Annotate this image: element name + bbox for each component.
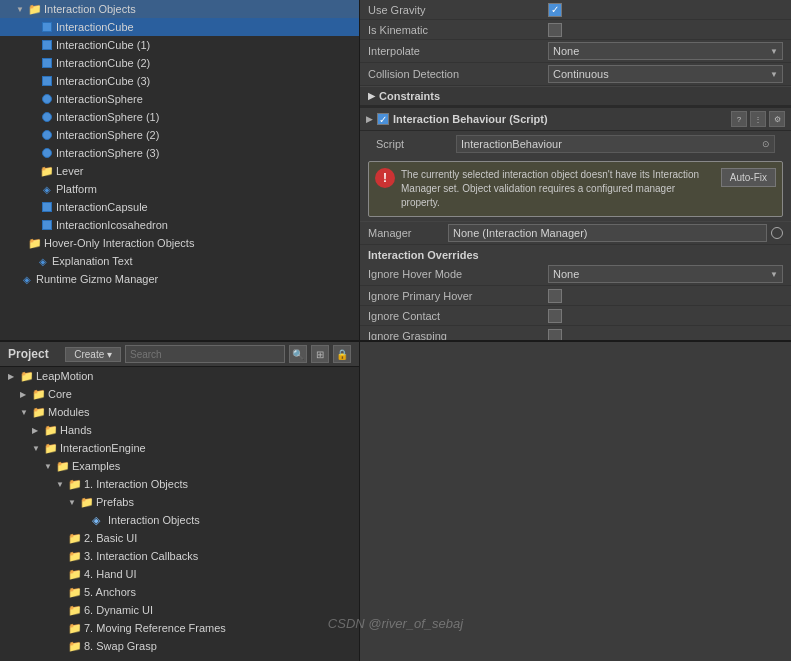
project-item-ex1[interactable]: ▼📁1. Interaction Objects	[0, 475, 359, 493]
layout-icon[interactable]: ⊞	[311, 345, 329, 363]
project-item-label: Core	[48, 388, 72, 400]
fold-icon: ▼	[32, 444, 44, 453]
fold-icon[interactable]: ▶	[366, 114, 373, 124]
ignore-primary-hover-row: Ignore Primary Hover	[360, 286, 791, 306]
fold-icon: ▶	[20, 390, 32, 399]
collision-detection-dropdown[interactable]: Continuous ▼	[548, 65, 783, 83]
hierarchy-item-interaction-capsule[interactable]: InteractionCapsule	[0, 198, 359, 216]
sphere-icon	[40, 146, 54, 160]
project-item-common-assets[interactable]: 📁Common Example Assets	[0, 655, 359, 658]
cube-icon	[40, 38, 54, 52]
interpolate-dropdown[interactable]: None ▼	[548, 42, 783, 60]
manager-dropdown[interactable]: None (Interaction Manager)	[448, 224, 767, 242]
project-item-ex5[interactable]: 📁5. Anchors	[0, 583, 359, 601]
project-item-label: 1. Interaction Objects	[84, 478, 188, 490]
ignore-grasping-row: Ignore Grasping	[360, 326, 791, 340]
script-row: Script InteractionBehaviour ⊙	[360, 131, 791, 157]
hierarchy-item-interaction-objects-root[interactable]: ▼📁Interaction Objects	[0, 0, 359, 18]
project-item-ex2[interactable]: 📁2. Basic UI	[0, 529, 359, 547]
hierarchy-item-interaction-sphere-3[interactable]: InteractionSphere (3)	[0, 144, 359, 162]
create-button[interactable]: Create ▾	[65, 347, 121, 362]
project-item-ex3[interactable]: 📁3. Interaction Callbacks	[0, 547, 359, 565]
folder-icon: 📁	[68, 550, 82, 563]
interaction-behaviour-header: ▶ Interaction Behaviour (Script) ? ⋮ ⚙	[360, 106, 791, 131]
project-item-examples[interactable]: ▼📁Examples	[0, 457, 359, 475]
fold-icon: ▼	[44, 462, 56, 471]
hierarchy-item-interaction-cube-3[interactable]: InteractionCube (3)	[0, 72, 359, 90]
tree-item-label: Runtime Gizmo Manager	[36, 273, 158, 285]
hierarchy-item-interaction-cube-1[interactable]: InteractionCube (1)	[0, 36, 359, 54]
fold-icon: ▼	[20, 408, 32, 417]
ignore-grasping-checkbox[interactable]	[548, 329, 562, 341]
project-item-modules[interactable]: ▼📁Modules	[0, 403, 359, 421]
component-gear-icon[interactable]: ⚙	[769, 111, 785, 127]
project-toolbar: Create ▾ 🔍 ⊞ 🔒	[65, 345, 351, 363]
hierarchy-item-interaction-icosahedron[interactable]: InteractionIcosahedron	[0, 216, 359, 234]
is-kinematic-label: Is Kinematic	[368, 24, 548, 36]
hierarchy-item-platform[interactable]: ◈Platform	[0, 180, 359, 198]
folder-icon: 📁	[68, 586, 82, 599]
component-settings-icon[interactable]: ⋮	[750, 111, 766, 127]
ignore-primary-hover-checkbox[interactable]	[548, 289, 562, 303]
project-item-label: 3. Interaction Callbacks	[84, 550, 198, 562]
is-kinematic-checkbox[interactable]	[548, 23, 562, 37]
use-gravity-row: Use Gravity	[360, 0, 791, 20]
hierarchy-item-runtime-gizmo[interactable]: ◈Runtime Gizmo Manager	[0, 270, 359, 288]
project-panel: Project Create ▾ 🔍 ⊞ 🔒 ▶📁LeapMotion▶📁Cor…	[0, 342, 360, 661]
use-gravity-checkbox[interactable]	[548, 3, 562, 17]
auto-fix-button[interactable]: Auto-Fix	[721, 168, 776, 187]
component-info-icon[interactable]: ?	[731, 111, 747, 127]
project-item-hands[interactable]: ▶📁Hands	[0, 421, 359, 439]
search-input[interactable]	[125, 345, 285, 363]
project-item-core[interactable]: ▶📁Core	[0, 385, 359, 403]
fold-icon: ▼	[56, 480, 68, 489]
constraints-header[interactable]: ▶ Constraints	[360, 86, 791, 106]
hierarchy-item-hover-only-root[interactable]: 📁Hover-Only Interaction Objects	[0, 234, 359, 252]
folder-icon: 📁	[32, 388, 46, 401]
tree-item-label: Lever	[56, 165, 84, 177]
project-title: Project	[8, 347, 49, 361]
project-item-label: Hands	[60, 424, 92, 436]
component-enabled-checkbox[interactable]	[377, 113, 389, 125]
gameobj-icon: ◈	[36, 254, 50, 268]
project-item-ex8[interactable]: 📁8. Swap Grasp	[0, 637, 359, 655]
project-item-interaction-engine[interactable]: ▼📁InteractionEngine	[0, 439, 359, 457]
tree-item-label: Explanation Text	[52, 255, 133, 267]
hierarchy-item-interaction-sphere-1[interactable]: InteractionSphere (1)	[0, 108, 359, 126]
lock-icon[interactable]: 🔒	[333, 345, 351, 363]
project-item-prefabs[interactable]: ▼📁Prefabs	[0, 493, 359, 511]
collision-detection-row: Collision Detection Continuous ▼	[360, 63, 791, 86]
project-item-interaction-objects-pref[interactable]: ◈Interaction Objects	[0, 511, 359, 529]
tree-item-label: Hover-Only Interaction Objects	[44, 237, 194, 249]
tree-item-label: InteractionCube (2)	[56, 57, 150, 69]
project-item-label: 5. Anchors	[84, 586, 136, 598]
project-item-leapmotion[interactable]: ▶📁LeapMotion	[0, 367, 359, 385]
hierarchy-item-interaction-sphere-2[interactable]: InteractionSphere (2)	[0, 126, 359, 144]
fold-icon: ▶	[32, 426, 44, 435]
tree-item-label: InteractionSphere (1)	[56, 111, 159, 123]
hierarchy-item-interaction-cube-sel[interactable]: InteractionCube	[0, 18, 359, 36]
chevron-down-icon: ▼	[770, 47, 778, 56]
fold-arrow-icon: ▶	[368, 91, 375, 101]
hierarchy-item-explanation-text[interactable]: ◈Explanation Text	[0, 252, 359, 270]
project-item-ex6[interactable]: 📁6. Dynamic UI	[0, 601, 359, 619]
search-icon[interactable]: 🔍	[289, 345, 307, 363]
ignore-contact-checkbox[interactable]	[548, 309, 562, 323]
folder-icon: 📁	[68, 532, 82, 545]
cube-icon	[40, 20, 54, 34]
manager-object-picker[interactable]	[771, 227, 783, 239]
warning-icon: !	[375, 168, 395, 188]
hierarchy-item-interaction-sphere[interactable]: InteractionSphere	[0, 90, 359, 108]
folder-icon: 📁	[32, 406, 46, 419]
hierarchy-item-interaction-cube-2[interactable]: InteractionCube (2)	[0, 54, 359, 72]
project-item-label: LeapMotion	[36, 370, 94, 382]
project-item-label: 2. Basic UI	[84, 532, 137, 544]
project-item-ex4[interactable]: 📁4. Hand UI	[0, 565, 359, 583]
hierarchy-item-lever[interactable]: 📁Lever	[0, 162, 359, 180]
project-item-ex7[interactable]: 📁7. Moving Reference Frames	[0, 619, 359, 637]
collision-detection-label: Collision Detection	[368, 68, 548, 80]
script-label: Script	[376, 138, 456, 150]
cube-icon	[40, 74, 54, 88]
ignore-hover-mode-dropdown[interactable]: None ▼	[548, 265, 783, 283]
script-field[interactable]: InteractionBehaviour ⊙	[456, 135, 775, 153]
